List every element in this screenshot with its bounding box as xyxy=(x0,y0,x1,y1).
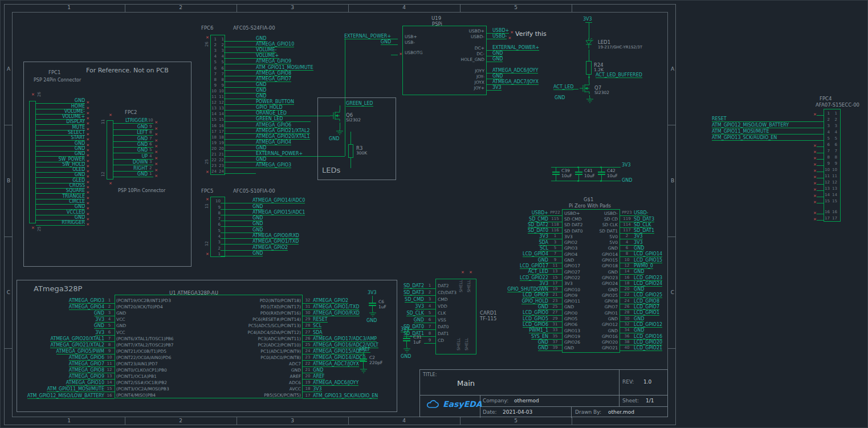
pin-row[interactable]: 40 LCD_GPIO21 xyxy=(620,345,662,351)
net-label[interactable]: GND xyxy=(137,142,148,148)
net-label[interactable]: GND xyxy=(137,124,148,130)
net-label[interactable]: ATMEGA_GPIO14/ADC0 xyxy=(252,198,305,203)
net-label[interactable]: 3V3 xyxy=(492,85,502,91)
fpc1-refdes[interactable]: FPC1 xyxy=(48,70,60,75)
pin-row[interactable]: ATMEGA_GPIO3 1 xyxy=(18,297,115,304)
pin-row[interactable]: LTRIGGER 10 xyxy=(113,118,158,124)
pin-row[interactable]: 17 ATM_GPIO13_SCK/AUDIO_EN xyxy=(303,392,378,398)
net-label[interactable]: SYS_EN xyxy=(531,334,548,340)
net-label[interactable]: LCD_GPIO22 xyxy=(520,275,548,281)
net-label[interactable]: ATMEGA_GPIO1/TXD xyxy=(313,304,359,310)
net-label[interactable]: ATM_GPIO12_MISO/LOW_BATTERY xyxy=(27,393,104,399)
pin-row[interactable]: 2 2 ATMEGA_GPIO10 xyxy=(201,42,313,47)
sdcard-refdes[interactable]: CARD1 xyxy=(480,310,497,316)
c41-cap-symbol[interactable] xyxy=(575,172,582,173)
net-label[interactable]: GND xyxy=(634,287,644,292)
fpc4-part[interactable]: AFA07-S15ECC-00 xyxy=(816,102,859,108)
pin-row[interactable]: GND 1 xyxy=(113,172,158,177)
net-label[interactable]: LCD_GPIO1 xyxy=(634,310,659,316)
net-label[interactable]: ORANGE_LED xyxy=(256,111,287,116)
fpc1-body[interactable] xyxy=(29,101,36,223)
pin-row[interactable]: 1 GND xyxy=(201,251,305,256)
fpc2-refdes[interactable]: FPC2 xyxy=(125,109,137,115)
net-label[interactable]: DOWN xyxy=(133,160,148,165)
pin-row[interactable]: 119 SD_DAT3 xyxy=(620,216,662,222)
pin-row[interactable]: GND 9 xyxy=(434,257,562,263)
pin-row[interactable]: 22 22 GND xyxy=(201,157,313,162)
pin-row[interactable]: 8 LCD_GPIO14 xyxy=(620,251,662,257)
r3-resistor-symbol[interactable] xyxy=(348,144,353,158)
net-label[interactable]: LCD_GPIO24 xyxy=(634,281,662,287)
pin-row[interactable]: 18 LCD_GPIO24 xyxy=(620,281,662,287)
net-label[interactable]: GND xyxy=(137,148,148,153)
net-label[interactable]: ATMEGA_GPIO17/ADC3/AMP xyxy=(313,336,377,342)
pin-row[interactable]: ATMEGA_GPIO9 13 xyxy=(18,373,115,380)
net-label[interactable]: ATMEGA_ADC7/JOYX xyxy=(313,361,359,367)
sheet-title[interactable]: Main xyxy=(457,379,475,388)
pin-row[interactable]: 6 6 xyxy=(812,141,837,147)
net-label[interactable]: ATM_GPIO13_SCK/AUDIO_EN xyxy=(313,393,378,399)
net-label[interactable]: LCD_GPIO16 xyxy=(634,334,662,340)
net-label[interactable]: GND xyxy=(313,368,323,373)
pin-row[interactable]: 27 SDA xyxy=(303,329,378,335)
pin-row[interactable]: GND 6 xyxy=(113,142,158,148)
net-label[interactable]: GND xyxy=(256,88,266,93)
net-label[interactable]: GND xyxy=(538,340,548,345)
net-label[interactable]: ATMEGA_GPIO4 xyxy=(69,304,104,310)
net-label[interactable]: GPIO_HOLD xyxy=(521,299,548,304)
pin-row[interactable]: GND 9 xyxy=(113,124,158,129)
sheet-value[interactable]: 1/1 xyxy=(646,398,654,403)
net-label[interactable]: SD_DAT2 xyxy=(528,222,548,228)
pin-row[interactable]: EXTERNAL_POWER+ xyxy=(487,45,544,51)
pin-row[interactable]: GND 5 xyxy=(18,323,115,329)
net-label[interactable]: ATM_GPIO11_MOSI/MUTE xyxy=(47,386,104,392)
net-label[interactable]: SDA xyxy=(313,330,323,336)
net-label[interactable]: ATMEGA_GPIO15/ADC1 xyxy=(313,349,365,354)
pin-row[interactable]: RIGHT 2 xyxy=(113,165,158,171)
net-label[interactable]: ATMEGA_GPIO8 xyxy=(256,71,291,76)
c31-refdes[interactable]: C31 xyxy=(413,335,422,340)
pin-row[interactable]: 7 GND xyxy=(201,215,305,221)
pin-row[interactable]: LCD_GPIO17 11 xyxy=(434,263,562,269)
net-label[interactable]: LEFT xyxy=(137,130,148,136)
pin-row[interactable]: USBD+ PP22 xyxy=(434,210,562,216)
pin-row[interactable]: 13 13 GPIO_HOLD xyxy=(201,105,313,111)
net-label[interactable]: LCD_GPIO6 xyxy=(523,322,548,328)
net-label[interactable]: ATM_GPIO11_MOSI/MUTE xyxy=(712,129,769,134)
pin-row[interactable]: 6 GND xyxy=(620,246,662,251)
led1-refdes[interactable]: LED1 xyxy=(598,39,610,45)
pin-row[interactable]: GND xyxy=(487,56,544,62)
net-label[interactable]: ATMEGA_GPIO7 xyxy=(69,361,104,367)
pin-row[interactable]: 7 7 xyxy=(812,147,837,153)
net-label[interactable]: LTRIGGER xyxy=(125,118,148,124)
net-label[interactable]: ATM_GPIO12_MISO/LOW_BATTERY xyxy=(712,123,789,128)
net-label[interactable]: USBD+ xyxy=(532,210,548,216)
pin-row[interactable]: 30 GND xyxy=(620,316,662,321)
pin-row[interactable]: 4 ATMEGA_GPIO0/RXD xyxy=(201,233,305,239)
net-label[interactable]: ATMEGA_ADC7/JOYX xyxy=(492,79,539,85)
q6-mosfet-symbol[interactable] xyxy=(329,109,343,123)
net-label[interactable]: EXTERNAL_POWER+ xyxy=(344,34,391,39)
pin-row[interactable]: ATMEGA_GPIO8 12 xyxy=(18,367,115,373)
pin-row[interactable]: 17 17 xyxy=(812,214,837,221)
net-label[interactable]: PWM1_1 xyxy=(529,328,548,333)
ground-symbol[interactable] xyxy=(403,347,411,353)
net-label[interactable]: 3V3 xyxy=(539,234,548,239)
pin-row[interactable]: 24 24 xyxy=(201,168,313,174)
pin-row[interactable]: 19 ATMEGA_ADC6/JOYY xyxy=(303,380,378,386)
net-label[interactable]: ATM_GPIO11_MOSI/MUTE xyxy=(256,65,313,71)
net-label[interactable]: RTRIGGER xyxy=(62,220,85,226)
pin-row[interactable]: 12 12 xyxy=(812,178,837,185)
pin-row[interactable]: 22 LCD_GPIO25 xyxy=(620,292,662,298)
ground-symbol[interactable] xyxy=(369,311,377,317)
pin-row[interactable]: 20 GND xyxy=(620,287,662,292)
pin-row[interactable]: 3V3 1 xyxy=(434,234,562,239)
pin-row[interactable]: 7 7 ATMEGA_GPIO8 xyxy=(201,71,313,76)
net-label[interactable]: LCD_GPIO17 xyxy=(520,263,548,269)
pin-row[interactable]: 9 9 xyxy=(812,160,837,166)
net-label[interactable]: 3V3 xyxy=(415,304,424,309)
pin-row[interactable]: 114 SD_CLK xyxy=(620,222,662,228)
net-label[interactable]: GND xyxy=(256,36,266,42)
net-label[interactable]: GND xyxy=(256,145,266,151)
net-label[interactable]: ATMEGA_GPIO10 xyxy=(66,380,104,386)
